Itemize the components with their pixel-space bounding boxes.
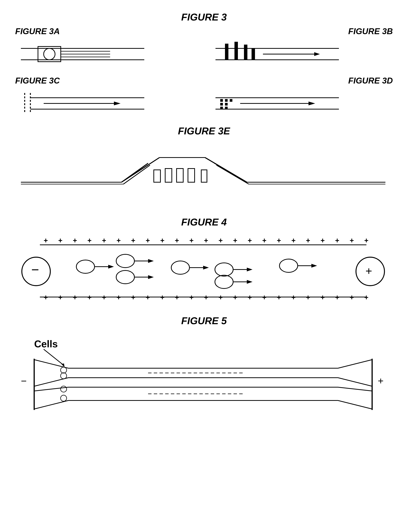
fig5-diagram: Cells − + bbox=[15, 330, 391, 429]
svg-point-74 bbox=[280, 259, 298, 272]
fig3c-diagram bbox=[15, 87, 148, 118]
svg-rect-12 bbox=[252, 48, 255, 60]
svg-point-56 bbox=[76, 260, 94, 273]
svg-marker-67 bbox=[203, 266, 209, 270]
fig3c-cell: FIGURE 3C bbox=[15, 76, 198, 118]
svg-rect-26 bbox=[220, 103, 223, 106]
svg-line-37 bbox=[216, 165, 249, 184]
svg-point-59 bbox=[116, 254, 134, 268]
svg-marker-20 bbox=[114, 101, 120, 105]
svg-marker-31 bbox=[308, 101, 315, 105]
fig3d-diagram bbox=[210, 87, 343, 118]
svg-rect-29 bbox=[225, 107, 228, 109]
svg-marker-73 bbox=[247, 280, 253, 284]
svg-line-78 bbox=[44, 349, 63, 364]
svg-line-35 bbox=[123, 165, 150, 184]
fig3e-title: FIGURE 3E bbox=[15, 125, 393, 137]
svg-point-100 bbox=[60, 386, 67, 392]
svg-marker-58 bbox=[108, 265, 114, 269]
fig3a-diagram bbox=[15, 38, 148, 68]
fig3-grid: FIGURE 3A FIGURE 3B bbox=[15, 26, 393, 118]
svg-line-95 bbox=[338, 400, 372, 409]
svg-rect-11 bbox=[244, 45, 247, 60]
svg-point-98 bbox=[60, 367, 67, 373]
svg-marker-76 bbox=[311, 264, 317, 268]
fig3b-title: FIGURE 3B bbox=[210, 26, 393, 36]
svg-rect-44 bbox=[165, 169, 172, 182]
svg-marker-61 bbox=[148, 259, 154, 263]
fig5-section: FIGURE 5 Cells − + bbox=[15, 315, 393, 429]
fig3e-diagram bbox=[15, 140, 391, 205]
svg-line-94 bbox=[338, 387, 372, 391]
fig3c-title: FIGURE 3C bbox=[15, 76, 198, 85]
main-title: FIGURE 3 bbox=[15, 11, 393, 23]
fig5-title: FIGURE 5 bbox=[15, 315, 393, 326]
svg-text:−: − bbox=[31, 262, 39, 277]
svg-line-88 bbox=[338, 360, 372, 368]
svg-text:Cells: Cells bbox=[34, 338, 58, 349]
svg-rect-25 bbox=[230, 99, 232, 102]
svg-point-62 bbox=[116, 270, 134, 284]
svg-rect-46 bbox=[188, 169, 195, 182]
svg-marker-64 bbox=[148, 275, 154, 279]
svg-text:+ + + + + + + + + + + + + + + : + + + + + + + + + + + + + + + + + + + + … bbox=[44, 236, 373, 245]
svg-rect-9 bbox=[225, 44, 228, 60]
fig3b-diagram bbox=[210, 38, 343, 68]
svg-point-68 bbox=[215, 263, 233, 276]
svg-text:−: − bbox=[21, 375, 26, 386]
svg-point-71 bbox=[215, 275, 233, 288]
page: FIGURE 3 FIGURE 3A FIGURE 3B bbox=[0, 0, 408, 532]
svg-rect-47 bbox=[201, 170, 207, 182]
svg-text:+: + bbox=[366, 265, 372, 277]
svg-point-65 bbox=[171, 261, 189, 274]
svg-rect-23 bbox=[220, 99, 223, 102]
svg-rect-10 bbox=[234, 42, 238, 60]
svg-marker-14 bbox=[314, 52, 320, 56]
fig4-title: FIGURE 4 bbox=[15, 216, 393, 228]
svg-point-101 bbox=[60, 395, 67, 401]
svg-line-90 bbox=[34, 387, 68, 391]
svg-line-41 bbox=[205, 158, 247, 182]
fig3a-cell: FIGURE 3A bbox=[15, 26, 198, 68]
svg-rect-24 bbox=[225, 99, 228, 102]
fig3d-cell: FIGURE 3D bbox=[210, 76, 393, 118]
fig3d-title: FIGURE 3D bbox=[210, 76, 393, 85]
fig4-diagram: + + + + + + + + + + + + + + + + + + + + … bbox=[15, 232, 391, 304]
svg-marker-70 bbox=[247, 268, 253, 271]
svg-line-89 bbox=[338, 378, 372, 386]
svg-rect-43 bbox=[154, 170, 161, 182]
fig3b-cell: FIGURE 3B bbox=[210, 26, 393, 68]
fig4-section: FIGURE 4 + + + + + + + + + + + + + + + +… bbox=[15, 216, 393, 304]
svg-rect-27 bbox=[225, 103, 228, 106]
svg-point-3 bbox=[44, 48, 55, 60]
svg-text:+: + bbox=[378, 375, 383, 386]
svg-line-91 bbox=[34, 400, 68, 409]
svg-point-99 bbox=[60, 373, 67, 379]
fig3a-title: FIGURE 3A bbox=[15, 26, 198, 36]
svg-rect-45 bbox=[177, 169, 183, 182]
fig3e-section: FIGURE 3E bbox=[15, 125, 393, 205]
svg-rect-28 bbox=[220, 107, 223, 109]
